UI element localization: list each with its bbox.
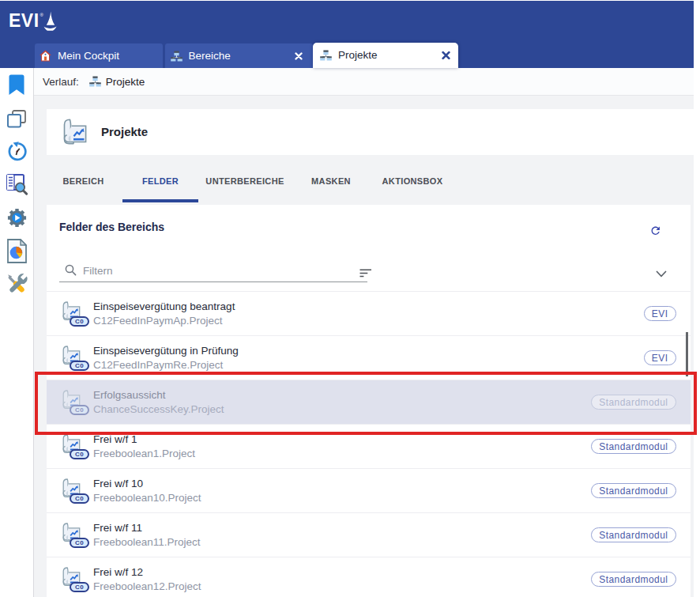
- list-item[interactable]: C0 Frei w/f 11 Freeboolean11.Project Sta…: [47, 512, 691, 557]
- brand-name: EVI: [9, 10, 40, 31]
- field-title: Frei w/f 12: [93, 565, 201, 580]
- field-title: Frei w/f 10: [93, 477, 201, 491]
- history-bar: Verlauf: Projekte: [34, 68, 694, 96]
- field-title: Einspeisevergütung beantragt: [93, 300, 235, 314]
- list-item[interactable]: C0 Frei w/f 1 Freeboolean1.Project Stand…: [47, 424, 691, 468]
- module-badge: Standardmodul: [591, 483, 676, 498]
- history-icon[interactable]: [0, 142, 33, 161]
- report-search-icon[interactable]: [0, 174, 33, 195]
- field-icon: C0: [60, 478, 90, 504]
- field-title: Erfolgsaussicht: [93, 388, 224, 402]
- home-icon: [40, 50, 51, 62]
- module-level-badge: C0: [70, 316, 89, 327]
- field-key: Freeboolean10.Project: [93, 491, 201, 505]
- field-icon: C0: [60, 522, 90, 548]
- tab-bereiche[interactable]: Bereiche: [165, 43, 313, 68]
- tab-aktionsbox[interactable]: AKTIONSBOX: [373, 155, 452, 202]
- page-header: Projekte: [47, 109, 694, 156]
- window-scrollbar-track[interactable]: [694, 1, 700, 597]
- tools-icon[interactable]: [0, 273, 33, 294]
- panel-title: Felder des Bereichs: [59, 221, 164, 233]
- tab-label: Mein Cockpit: [58, 50, 119, 62]
- tab-mein-cockpit[interactable]: Mein Cockpit: [35, 43, 163, 68]
- tab-unterbereiche[interactable]: UNTERBEREICHE: [201, 155, 289, 202]
- tab-felder[interactable]: FELDER: [122, 155, 198, 202]
- close-tab-icon[interactable]: [295, 52, 303, 60]
- field-title: Frei w/f 11: [93, 521, 201, 535]
- history-item-projekte[interactable]: Projekte: [89, 76, 145, 88]
- field-title: Einspeisevergütung in Prüfung: [93, 344, 239, 358]
- module-level-badge: C0: [70, 538, 89, 548]
- module-level-badge: C0: [70, 361, 89, 371]
- field-key: C12FeedInPaymRe.Project: [93, 358, 239, 372]
- field-icon: C0: [60, 566, 90, 592]
- bookmark-icon[interactable]: [0, 74, 33, 96]
- module-badge: Standardmodul: [591, 439, 676, 454]
- module-badge: Standardmodul: [591, 395, 676, 410]
- page-title: Projekte: [101, 125, 148, 138]
- chevron-down-icon[interactable]: [656, 266, 667, 281]
- fields-panel: Felder des Bereichs Filtern: [47, 205, 691, 597]
- app-window: EVI ® Mein Cockpit: [0, 0, 700, 597]
- module-badge: EVI: [644, 306, 676, 321]
- top-bar: EVI ® Mein Cockpit: [0, 1, 694, 68]
- field-icon: C0: [60, 345, 90, 371]
- list-item[interactable]: C0 Einspeisevergütung in Prüfung C12Feed…: [47, 335, 691, 380]
- field-title: Frei w/f 1: [93, 433, 195, 447]
- filter-input-underline: [59, 281, 367, 282]
- project-scroll-icon: [60, 119, 87, 145]
- tab-masken[interactable]: MASKEN: [292, 155, 371, 202]
- list-item[interactable]: C0 Frei w/f 12 Freeboolean12.Project Sta…: [47, 557, 691, 597]
- module-level-badge: C0: [70, 449, 89, 459]
- list-scrollbar-thumb[interactable]: [686, 332, 688, 376]
- fields-list: C0 Einspeisevergütung beantragt C12FeedI…: [47, 291, 691, 597]
- brand-logo: EVI ®: [9, 10, 57, 35]
- search-icon: [65, 264, 77, 279]
- org-chart-icon: [320, 50, 332, 61]
- module-level-badge: C0: [70, 405, 89, 415]
- field-icon: C0: [60, 389, 90, 415]
- tab-projekte[interactable]: Projekte: [313, 43, 458, 69]
- field-icon: C0: [60, 300, 90, 327]
- field-key: Freeboolean12.Project: [93, 580, 201, 594]
- module-badge: EVI: [644, 350, 676, 365]
- sort-icon[interactable]: [359, 266, 372, 281]
- sailboat-icon: [43, 11, 57, 35]
- left-toolbar: [0, 68, 34, 597]
- tab-strip: Mein Cockpit Bereiche: [35, 43, 458, 69]
- tab-label: Projekte: [338, 49, 378, 61]
- module-level-badge: C0: [70, 493, 89, 504]
- field-key: Freeboolean1.Project: [93, 447, 195, 461]
- filter-input[interactable]: Filtern: [83, 265, 113, 277]
- module-level-badge: C0: [70, 582, 89, 592]
- tab-bereich[interactable]: BEREICH: [47, 155, 120, 202]
- tab-label: Bereiche: [189, 50, 231, 62]
- field-key: C12FeedInPaymAp.Project: [93, 314, 235, 328]
- copy-windows-icon[interactable]: [0, 110, 33, 128]
- process-gear-icon[interactable]: [0, 207, 33, 229]
- module-badge: Standardmodul: [591, 527, 676, 542]
- refresh-icon[interactable]: [649, 225, 662, 237]
- section-tabs: BEREICH FELDER UNTERBEREICHE MASKEN AKTI…: [47, 155, 454, 202]
- list-item[interactable]: C0 Frei w/f 10 Freeboolean10.Project Sta…: [47, 468, 691, 512]
- report-document-icon[interactable]: [0, 239, 33, 263]
- list-item[interactable]: C0 Einspeisevergütung beantragt C12FeedI…: [47, 291, 691, 335]
- active-tab-underline: [122, 199, 198, 202]
- org-chart-icon: [171, 51, 183, 62]
- field-key: Freeboolean11.Project: [93, 535, 201, 550]
- org-chart-icon: [89, 76, 101, 87]
- module-badge: Standardmodul: [591, 572, 676, 587]
- close-tab-icon[interactable]: [442, 51, 450, 59]
- content-area: Verlauf: Projekte: [34, 68, 694, 597]
- field-icon: C0: [60, 433, 90, 459]
- list-item[interactable]: C0 Erfolgsaussicht ChanceSuccessKey.Proj…: [47, 380, 691, 424]
- history-label: Verlauf:: [43, 76, 79, 88]
- field-key: ChanceSuccessKey.Project: [93, 402, 224, 417]
- history-item-label: Projekte: [106, 76, 145, 88]
